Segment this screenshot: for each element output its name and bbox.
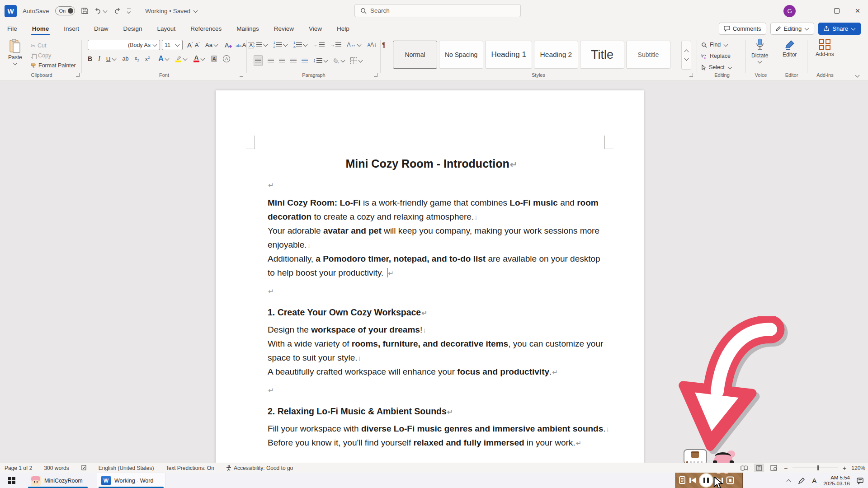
document-heading[interactable]: 2. Relaxing Lo-Fi Music & Ambient Sounds… <box>268 401 595 422</box>
print-layout-button[interactable] <box>754 464 764 472</box>
tab-insert[interactable]: Insert <box>63 23 80 34</box>
borders-button[interactable] <box>350 57 363 64</box>
maximize-button[interactable] <box>826 0 847 22</box>
proofing-icon[interactable] <box>81 465 87 471</box>
accessibility-indicator[interactable]: Accessibility: Good to go <box>226 465 293 471</box>
redo-icon[interactable] <box>113 8 121 14</box>
style-nospacing[interactable]: No Spacing <box>439 41 483 69</box>
underline-button[interactable]: U <box>106 56 117 62</box>
font-color-button[interactable]: A <box>193 55 205 62</box>
close-button[interactable]: × <box>847 0 868 22</box>
ime-indicator[interactable]: A <box>812 477 816 484</box>
style-h2[interactable]: Heading 2 <box>534 41 578 69</box>
playlist-button[interactable] <box>679 476 686 484</box>
strikethrough-button[interactable]: ab <box>123 56 129 62</box>
document-blank[interactable]: ↵ <box>268 280 595 302</box>
taskbar-app-word[interactable]: W Working - Word <box>97 473 165 488</box>
shading-button[interactable] <box>333 58 345 64</box>
increase-indent-button[interactable]: → <box>330 42 341 47</box>
document-line[interactable]: to help boost your productivity. ↵ <box>268 266 595 280</box>
font-dialog-launcher[interactable] <box>240 73 243 77</box>
subscript-button[interactable]: x2 <box>134 55 139 62</box>
tab-draw[interactable]: Draw <box>93 23 109 34</box>
tab-file[interactable]: File <box>6 23 18 34</box>
replace-button[interactable]: bc Replace <box>701 51 731 61</box>
decrease-indent-button[interactable]: ← <box>313 42 325 47</box>
format-painter-button[interactable]: Format Painter <box>31 61 76 70</box>
phonetic-guide-button[interactable]: abcA <box>236 42 246 48</box>
find-button[interactable]: Find <box>701 40 728 50</box>
paste-button[interactable]: Paste <box>8 39 22 66</box>
web-layout-button[interactable] <box>769 464 779 472</box>
share-button[interactable]: Share <box>818 23 861 35</box>
style-subtitle[interactable]: Subtitle <box>626 41 670 69</box>
document-line[interactable]: Additionally, a Pomodoro timer, notepad,… <box>268 252 595 266</box>
account-avatar[interactable]: G <box>783 5 796 17</box>
read-mode-button[interactable] <box>739 464 749 472</box>
zoom-out-button[interactable]: − <box>784 465 788 472</box>
bullets-button[interactable]: ⁚ <box>254 42 268 48</box>
save-icon[interactable] <box>81 7 89 14</box>
select-button[interactable]: Select <box>701 62 732 72</box>
style-h1[interactable]: Heading 1 <box>485 41 532 69</box>
autosave-toggle[interactable]: On <box>55 6 75 15</box>
dictate-button[interactable]: Dictate <box>751 38 768 64</box>
cut-button[interactable]: ✂ Cut <box>31 41 46 51</box>
sort-button[interactable]: AA↓ <box>367 42 377 48</box>
tab-help[interactable]: Help <box>336 23 350 34</box>
document-content[interactable]: Mini Cozy Room - Introduction↵↵Mini Cozy… <box>268 154 595 450</box>
document-line[interactable]: Mini Cozy Room: Lo-Fi is a work-friendly… <box>268 196 595 210</box>
hidden-icons-chevron[interactable] <box>787 479 791 483</box>
multilevel-list-button[interactable]: 1a <box>293 41 308 49</box>
distribute-button[interactable] <box>302 56 308 65</box>
align-right-button[interactable] <box>279 56 285 65</box>
zoom-slider-handle[interactable] <box>817 465 819 470</box>
font-size-select[interactable]: 11 <box>162 40 183 50</box>
word-count[interactable]: 300 words <box>44 465 69 471</box>
minimize-button[interactable]: – <box>806 0 826 22</box>
language-indicator[interactable]: English (United States) <box>99 465 154 471</box>
change-case-button[interactable]: Aa <box>205 42 218 48</box>
page-indicator[interactable]: Page 1 of 2 <box>5 465 32 471</box>
grow-font-button[interactable]: Aˆ <box>187 41 193 49</box>
tab-references[interactable]: References <box>189 23 222 34</box>
undo-button[interactable] <box>94 8 108 14</box>
style-normal[interactable]: Normal <box>393 41 437 69</box>
document-line[interactable]: Your adorable avatar and pet will keep y… <box>268 224 595 238</box>
clear-formatting-button[interactable]: A◆ <box>225 42 232 49</box>
align-center-button[interactable] <box>268 56 274 65</box>
document-line[interactable]: Design the workspace of your dreams!↓ <box>268 323 595 337</box>
document-line[interactable]: space to suit your style.↓ <box>268 351 595 365</box>
tab-design[interactable]: Design <box>123 23 143 34</box>
customize-toolbar-icon[interactable] <box>127 9 131 13</box>
document-line[interactable]: A beautifully crafted workspace will enh… <box>268 365 595 379</box>
zoom-slider[interactable] <box>793 468 838 468</box>
text-predictions-indicator[interactable]: Text Predictions: On <box>166 465 214 471</box>
bold-button[interactable]: B <box>88 55 92 62</box>
document-line[interactable]: Before you know it, you'll find yourself… <box>268 436 595 450</box>
align-left-button[interactable] <box>254 55 263 66</box>
copy-button[interactable]: Copy <box>31 51 51 61</box>
italic-button[interactable]: I <box>98 55 100 62</box>
character-shading-button[interactable]: A <box>211 56 217 62</box>
clock[interactable]: AM 5:54 2025-03-16 <box>823 475 850 487</box>
justify-button[interactable] <box>290 56 297 65</box>
document-line[interactable]: enjoyable.↓ <box>268 238 595 252</box>
line-spacing-button[interactable]: ↕ <box>313 57 328 64</box>
highlight-button[interactable] <box>175 55 188 62</box>
clipboard-dialog-launcher[interactable] <box>76 73 80 77</box>
document-line[interactable]: With a wide variety of rooms, furniture,… <box>268 337 595 351</box>
styles-dialog-launcher[interactable] <box>689 73 693 77</box>
enclose-characters-button[interactable]: A <box>223 55 230 62</box>
zoom-in-button[interactable]: + <box>843 465 846 472</box>
asian-layout-button[interactable]: A↔ <box>347 42 362 48</box>
taskbar-app-minicozyroom[interactable]: MiniCozyRoom <box>26 473 90 488</box>
document-page[interactable]: Mini Cozy Room - Introduction↵↵Mini Cozy… <box>216 90 644 464</box>
document-title[interactable]: Mini Cozy Room - Introduction↵ <box>268 154 595 174</box>
paragraph-dialog-launcher[interactable] <box>374 73 377 77</box>
tab-mailings[interactable]: Mailings <box>236 23 260 34</box>
editor-button[interactable]: Editor <box>783 39 797 58</box>
document-status[interactable]: Working • Saved <box>145 8 198 14</box>
tab-home[interactable]: Home <box>31 23 50 34</box>
document-blank[interactable]: ↵ <box>268 379 595 401</box>
